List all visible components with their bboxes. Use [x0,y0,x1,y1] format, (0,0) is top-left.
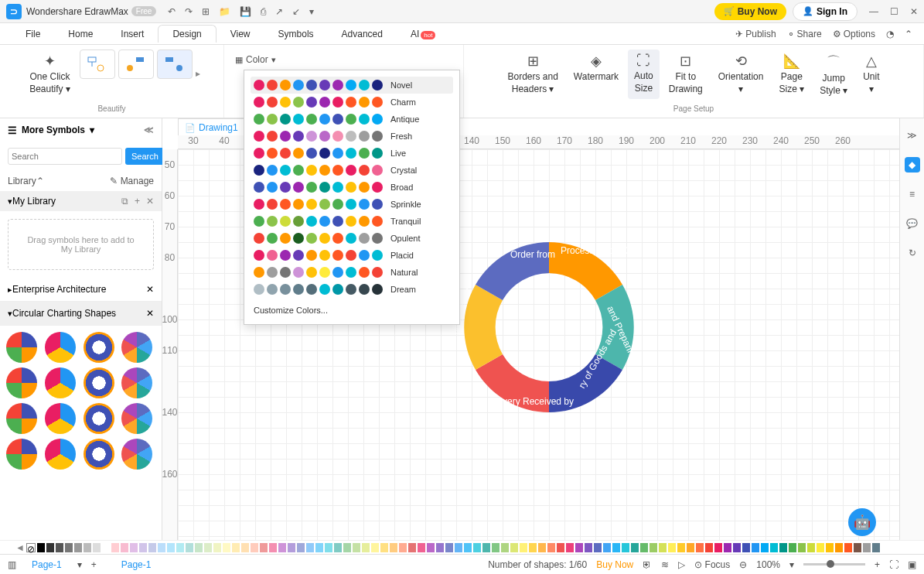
color-swatch[interactable] [742,543,750,552]
color-swatch[interactable] [547,543,555,552]
zoom-slider[interactable] [803,563,865,565]
color-swatch[interactable] [826,543,834,552]
shape-10[interactable] [84,403,114,434]
color-swatch[interactable] [111,543,119,552]
color-swatch[interactable] [278,543,286,552]
color-swatch[interactable] [334,543,342,552]
zoom-in-icon[interactable]: + [875,559,880,570]
search-input[interactable] [8,148,122,165]
color-swatch[interactable] [779,543,787,552]
color-swatch[interactable] [223,543,230,552]
color-swatch[interactable] [585,543,592,552]
color-swatch[interactable] [380,543,388,552]
share-button[interactable]: ⚬ Share [787,29,822,39]
page-tab[interactable]: Page-1 [26,556,68,573]
color-swatch[interactable] [121,543,128,552]
watermark-button[interactable]: ◈Watermark [568,50,625,99]
palette-dream[interactable]: Dream [251,281,453,298]
color-swatch[interactable] [668,543,676,552]
close-section-icon[interactable]: ✕ [146,284,154,295]
palette-crystal[interactable]: Crystal [251,162,453,179]
color-swatch[interactable] [798,543,806,552]
color-swatch[interactable] [844,543,852,552]
circular-shapes-section[interactable]: ▾ Circular Charting Shapes✕ [0,302,162,326]
color-swatch[interactable] [687,543,694,552]
color-swatch[interactable] [93,543,101,552]
color-swatch[interactable] [603,543,611,552]
comments-panel-icon[interactable]: 💬 [905,216,920,231]
document-tab[interactable]: 📄 Drawing1 [178,118,245,136]
my-library-section[interactable]: ▾ My Library⧉+✕ [0,191,162,211]
shape-15[interactable] [121,439,152,470]
color-swatch[interactable] [501,543,509,552]
color-swatch[interactable] [622,543,629,552]
color-swatch[interactable] [427,543,435,552]
color-swatch[interactable] [315,543,323,552]
menu-design[interactable]: Design [158,25,216,43]
color-swatch[interactable] [520,543,527,552]
shape-9[interactable] [45,403,76,434]
color-swatch[interactable] [362,543,370,552]
color-swatch[interactable] [186,543,193,552]
fit-drawing-button[interactable]: ⊡Fit toDrawing [663,50,709,99]
palette-placid[interactable]: Placid [251,247,453,264]
present-icon[interactable]: ▷ [678,559,685,570]
chevron-down-icon[interactable]: ▾ [90,125,94,135]
minimize-icon[interactable]: — [869,6,878,17]
color-swatch[interactable] [538,543,546,552]
color-swatch[interactable] [343,543,351,552]
print-icon[interactable]: ⎙ [261,6,266,17]
menu-ai[interactable]: AIhot [397,26,449,43]
color-swatch[interactable] [176,543,184,552]
color-swatch[interactable] [761,543,769,552]
borders-headers-button[interactable]: ⊞Borders andHeaders ▾ [501,50,564,99]
palette-sprinkle[interactable]: Sprinkle [251,196,453,213]
maximize-icon[interactable]: ☐ [890,6,898,17]
menu-symbols[interactable]: Symbols [264,26,328,43]
status-icon[interactable]: ⛨ [643,559,652,570]
theme-more-icon[interactable]: ▸ [196,68,200,79]
add-icon[interactable]: + [135,196,140,207]
color-swatch[interactable] [705,543,713,552]
color-swatch[interactable] [733,543,741,552]
color-swatch[interactable] [158,543,165,552]
close-icon[interactable]: ✕ [910,6,918,17]
menu-file[interactable]: File [12,26,54,43]
color-swatch[interactable] [659,543,667,552]
color-swatch[interactable] [325,543,332,552]
color-swatch[interactable] [612,543,620,552]
color-swatch[interactable] [241,543,249,552]
menu-view[interactable]: View [217,26,264,43]
pages-icon[interactable]: ▥ [8,559,16,570]
export-icon[interactable]: ↗ [275,6,283,17]
color-swatch[interactable] [835,543,843,552]
import-icon[interactable]: ↙ [292,6,300,17]
palette-tranquil[interactable]: Tranquil [251,213,453,230]
fit-icon[interactable]: ⛶ [889,559,898,570]
donut-chart-shape[interactable]: Order from Processing the Ord and Prepar… [448,227,650,428]
shape-11[interactable] [121,403,152,434]
dropdown-icon[interactable]: ▾ [309,6,314,17]
buy-now-button[interactable]: 🛒 Buy Now [714,3,786,20]
menu-advanced[interactable]: Advanced [328,26,397,43]
shape-13[interactable] [45,439,76,470]
fullscreen-icon[interactable]: ▣ [908,559,916,570]
buy-now-status[interactable]: Buy Now [596,559,633,570]
color-swatch[interactable] [306,543,314,552]
palette-fresh[interactable]: Fresh [251,128,453,145]
color-swatch[interactable] [46,543,54,552]
palette-antique[interactable]: Antique [251,111,453,128]
menu-insert[interactable]: Insert [107,26,158,43]
color-swatch[interactable] [371,543,379,552]
color-swatch[interactable] [752,543,759,552]
notify-icon[interactable]: ◔ [886,29,894,39]
collapse-sidebar-icon[interactable]: ≪ [144,125,154,135]
color-swatch[interactable] [789,543,796,552]
color-swatch[interactable] [492,543,500,552]
color-swatch[interactable] [139,543,147,552]
color-swatch[interactable] [436,543,444,552]
enterprise-arch-section[interactable]: ▸ Enterprise Architecture✕ [0,278,162,302]
color-swatch[interactable] [213,543,221,552]
palette-novel[interactable]: Novel [251,77,453,94]
color-swatch[interactable] [65,543,73,552]
